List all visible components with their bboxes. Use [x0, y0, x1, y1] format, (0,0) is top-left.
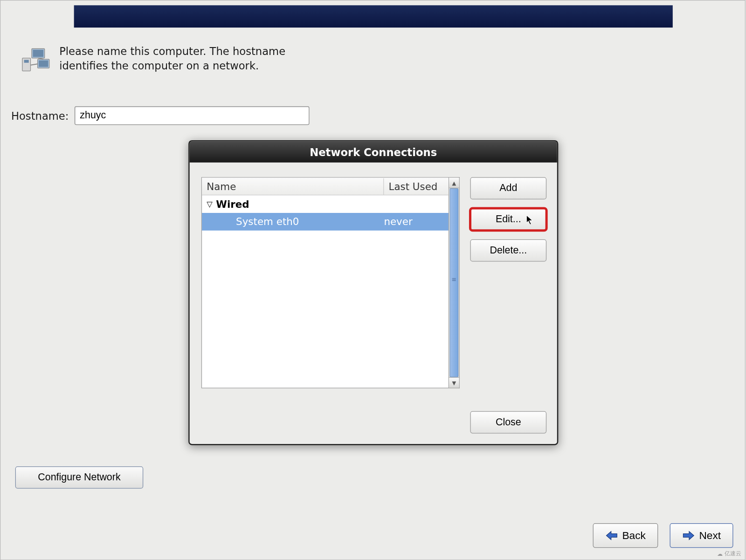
top-banner — [74, 5, 673, 27]
connection-list[interactable]: Name Last Used ▽ Wired System eth0 never — [201, 177, 449, 388]
back-button[interactable]: Back — [593, 523, 658, 548]
cursor-icon — [526, 215, 534, 227]
triangle-down-icon: ▽ — [207, 200, 213, 209]
connection-item-eth0[interactable]: System eth0 never — [202, 213, 449, 231]
bottom-navigation: Back Next — [593, 523, 733, 548]
next-button[interactable]: Next — [670, 523, 733, 548]
delete-button[interactable]: Delete... — [470, 239, 546, 262]
computer-network-icon — [21, 48, 50, 74]
watermark-text: 亿速云 — [725, 550, 741, 558]
scroll-up-icon[interactable]: ▲ — [449, 178, 459, 188]
svg-rect-5 — [39, 61, 48, 67]
hostname-label: Hostname: — [11, 109, 69, 122]
connection-list-container: Name Last Used ▽ Wired System eth0 never — [201, 177, 460, 388]
arrow-left-icon — [605, 530, 618, 541]
add-button[interactable]: Add — [470, 177, 546, 199]
column-last-used[interactable]: Last Used — [384, 178, 448, 194]
arrow-right-icon — [682, 530, 695, 541]
watermark: ☁ 亿速云 — [717, 550, 741, 558]
scrollbar[interactable]: ▲ ▼ — [449, 177, 460, 388]
edit-button[interactable]: Edit... — [470, 208, 546, 231]
column-name[interactable]: Name — [202, 178, 384, 194]
connection-item-last-used: never — [384, 216, 448, 227]
next-label: Next — [699, 529, 721, 541]
configure-network-button[interactable]: Configure Network — [15, 466, 143, 489]
hostname-row: Hostname: — [11, 106, 310, 125]
edit-button-label: Edit... — [496, 213, 521, 225]
svg-line-6 — [30, 64, 37, 65]
hostname-input[interactable] — [75, 106, 310, 125]
back-label: Back — [622, 529, 645, 541]
intro-row: Please name this computer. The hostname … — [21, 45, 306, 74]
svg-rect-3 — [33, 50, 44, 57]
group-label: Wired — [216, 198, 249, 210]
svg-rect-1 — [24, 60, 29, 62]
connection-list-header: Name Last Used — [202, 178, 449, 195]
network-connections-dialog: Network Connections Name Last Used ▽ Wir… — [188, 140, 558, 445]
dialog-side-buttons: Add Edit... Delete... — [470, 177, 546, 261]
dialog-title: Network Connections — [190, 141, 557, 162]
scroll-down-icon[interactable]: ▼ — [449, 377, 459, 388]
connection-group-wired[interactable]: ▽ Wired — [202, 195, 449, 213]
close-button[interactable]: Close — [470, 411, 546, 434]
scroll-thumb[interactable] — [449, 188, 458, 377]
watermark-icon: ☁ — [717, 551, 723, 557]
intro-text: Please name this computer. The hostname … — [59, 45, 306, 73]
connection-item-name: System eth0 — [202, 216, 384, 227]
installer-window: Please name this computer. The hostname … — [0, 0, 746, 560]
